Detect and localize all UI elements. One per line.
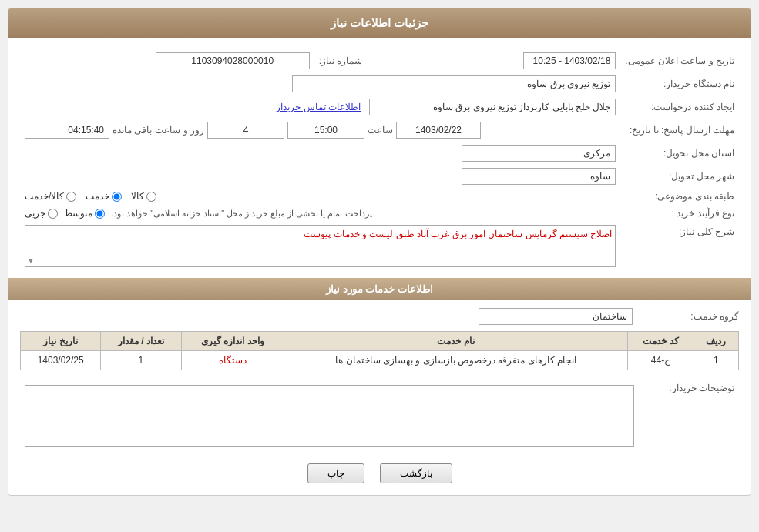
deadline-day-label-text: روز و	[183, 125, 204, 136]
col-service-name: نام خدمت	[284, 332, 628, 351]
creator-value: جلال خلج بابایی کاربرداز توزیع نیروی برق…	[369, 99, 616, 115]
cell-quantity: 1	[101, 351, 181, 370]
cell-unit: دستگاه	[181, 351, 284, 370]
description-textarea[interactable]: اصلاح سیستم گرمایش ساختمان امور برق غرب …	[25, 225, 616, 267]
deadline-label: مهلت ارسال پاسخ: تا تاریخ:	[620, 119, 739, 142]
request-number-label: شماره نیاز:	[314, 49, 415, 72]
group-service-value: ساختمان	[479, 308, 633, 325]
cell-date: 1403/02/25	[21, 351, 101, 370]
comments-textarea[interactable]	[25, 385, 634, 447]
creator-contact-link[interactable]: اطلاعات تماس خریدار	[276, 102, 361, 112]
date-value: 1403/02/18 - 10:25	[523, 52, 616, 69]
deadline-remaining-value: 04:15:40	[25, 122, 109, 139]
services-table: ردیف کد خدمت نام خدمت واحد اندازه گیری ت…	[20, 331, 739, 370]
cell-service-name: انجام کارهای متفرقه درخصوص بازسازی و بهس…	[284, 351, 628, 370]
date-label: تاریخ و ساعت اعلان عمومی:	[620, 49, 739, 72]
deadline-time-value: 15:00	[287, 122, 364, 139]
page-title: جزئیات اطلاعات نیاز	[8, 8, 751, 38]
table-row: 1 ج-44 انجام کارهای متفرقه درخصوص بازساز…	[21, 351, 739, 370]
purchase-type-label: نوع فرآیند خرید :	[620, 205, 739, 222]
group-service-label: گروه خدمت:	[639, 311, 739, 322]
deadline-date-value: 1403/02/22	[396, 122, 481, 139]
category-kala[interactable]: کالا	[131, 191, 156, 202]
col-date: تاریخ نیاز	[21, 332, 101, 351]
services-section-title: اطلاعات خدمات مورد نیاز	[8, 278, 751, 300]
deadline-day-value: 4	[207, 122, 284, 139]
request-number-value: 1103094028000010	[156, 52, 310, 69]
comments-label: توضیحات خریدار:	[639, 378, 739, 452]
col-unit: واحد اندازه گیری	[181, 332, 284, 351]
purchase-type-jozii[interactable]: جزیی	[25, 208, 58, 219]
back-button[interactable]: بازگشت	[380, 463, 452, 483]
station-value: توزیع نیروی برق ساوه	[292, 75, 616, 92]
cell-service-code: ج-44	[628, 351, 694, 370]
city-value: ساوه	[462, 168, 616, 185]
province-value: مرکزی	[462, 145, 616, 162]
deadline-time-label-text: ساعت	[368, 125, 393, 136]
category-kala-khadamat[interactable]: کالا/خدمت	[25, 191, 76, 202]
category-label: طبقه بندی موضوعی:	[620, 188, 739, 205]
print-button[interactable]: چاپ	[307, 463, 364, 483]
col-row-num: ردیف	[694, 332, 738, 351]
station-label: نام دستگاه خریدار:	[620, 72, 739, 95]
purchase-type-moutasat[interactable]: متوسط	[64, 208, 105, 219]
purchase-type-note: پرداخت تمام یا بخشی از مبلغ خریداز محل "…	[111, 209, 372, 219]
description-label: شرح کلی نیاز:	[620, 222, 739, 270]
province-label: استان محل تحویل:	[620, 142, 739, 165]
col-quantity: تعداد / مقدار	[101, 332, 181, 351]
city-label: شهر محل تحویل:	[620, 165, 739, 188]
description-text: اصلاح سیستم گرمایش ساختمان امور برق غرب …	[304, 229, 612, 239]
cell-row-num: 1	[694, 351, 738, 370]
deadline-remaining-label: ساعت باقی مانده	[113, 125, 180, 136]
col-service-code: کد خدمت	[628, 332, 694, 351]
category-khadamat[interactable]: خدمت	[86, 191, 122, 202]
creator-label: ایجاد کننده درخواست:	[620, 95, 739, 119]
